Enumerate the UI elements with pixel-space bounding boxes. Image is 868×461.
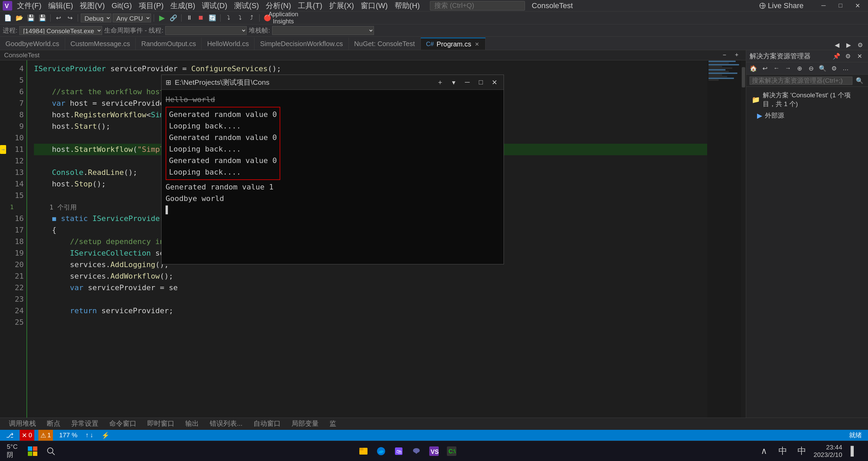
- stop-btn[interactable]: ⏹: [196, 13, 206, 23]
- taskbar-chat[interactable]: [409, 444, 424, 459]
- sidebar-pin-btn[interactable]: 📌: [831, 52, 842, 61]
- status-warnings[interactable]: ⚠ 1: [38, 430, 53, 441]
- clock-widget[interactable]: 23:44 2023/2/10: [813, 444, 842, 459]
- bottom-tab-watch[interactable]: 监: [325, 418, 341, 430]
- tab-simpledecision[interactable]: SimpleDecisionWorkflow.cs: [254, 38, 348, 50]
- taskbar-lang[interactable]: 中: [794, 444, 809, 459]
- solution-project[interactable]: ▶ 外部源: [748, 110, 867, 121]
- run-button[interactable]: ▶: [157, 13, 167, 23]
- close-button[interactable]: ✕: [850, 0, 865, 11]
- thread-dropdown[interactable]: [165, 26, 247, 35]
- platform-dropdown[interactable]: Any CPU: [113, 14, 151, 22]
- menu-help[interactable]: 帮助(H): [391, 0, 423, 12]
- taskbar-notification-chevron[interactable]: ∧: [756, 444, 771, 459]
- tab-custommessage[interactable]: CustomMessage.cs: [65, 38, 136, 50]
- tab-scroll-left[interactable]: ◀: [832, 40, 842, 50]
- undo-btn[interactable]: ↩: [53, 13, 63, 23]
- app-insights-btn[interactable]: Application Insights: [278, 13, 288, 23]
- solution-root[interactable]: 📁 解决方案 'ConsoleTest' (1 个项目，共 1 个): [748, 89, 867, 110]
- menu-analyze[interactable]: 分析(N): [262, 0, 295, 12]
- console-new-tab[interactable]: ＋: [435, 78, 445, 87]
- bottom-tab-command[interactable]: 命令窗口: [105, 418, 141, 430]
- save-all-btn[interactable]: 💾: [37, 13, 48, 23]
- status-git[interactable]: ⎇: [4, 430, 16, 441]
- sidebar-extra-btn[interactable]: …: [841, 64, 851, 73]
- live-share-button[interactable]: Live Share: [756, 1, 806, 11]
- step-out-btn[interactable]: ⤴: [246, 13, 257, 23]
- stack-dropdown[interactable]: [272, 26, 374, 35]
- open-btn[interactable]: 📂: [14, 13, 24, 23]
- bottom-tab-autos[interactable]: 自动窗口: [249, 418, 285, 430]
- console-close[interactable]: ✕: [489, 78, 499, 87]
- tab-settings[interactable]: ⚙: [855, 40, 865, 50]
- status-zoom[interactable]: 177 %: [57, 430, 79, 441]
- save-btn[interactable]: 💾: [26, 13, 36, 23]
- editor-collapse-btn[interactable]: −: [719, 51, 730, 60]
- new-project-btn[interactable]: 📄: [3, 13, 13, 23]
- sidebar-close-btn[interactable]: ✕: [854, 52, 865, 61]
- console-dropdown[interactable]: ▾: [449, 78, 459, 87]
- taskbar-keyboard[interactable]: 中: [775, 444, 790, 459]
- tab-helloworld[interactable]: HelloWorld.cs: [202, 38, 254, 50]
- status-diff-icon[interactable]: ⚡: [99, 430, 112, 441]
- attach-button[interactable]: 🔗: [168, 13, 178, 23]
- taskbar-files[interactable]: [356, 444, 371, 459]
- menu-build[interactable]: 生成(B): [167, 0, 199, 12]
- status-errors[interactable]: ✕ 0: [20, 430, 34, 441]
- scrollbar-thumb[interactable]: [742, 67, 745, 87]
- bottom-tab-callstack[interactable]: 调用堆栈: [4, 418, 41, 430]
- sidebar-forward-btn[interactable]: →: [783, 64, 793, 73]
- pause-btn[interactable]: ⏸: [184, 13, 194, 23]
- menu-git[interactable]: Git(G): [108, 0, 135, 12]
- bottom-tab-errorlist[interactable]: 错误列表...: [205, 418, 247, 430]
- start-button[interactable]: [24, 443, 41, 459]
- editor-expand-btn[interactable]: +: [732, 51, 742, 60]
- maximize-button[interactable]: □: [833, 0, 848, 11]
- menu-view[interactable]: 视图(V): [76, 0, 108, 12]
- bottom-tab-locals[interactable]: 局部变量: [287, 418, 323, 430]
- minimize-button[interactable]: ─: [816, 0, 831, 11]
- bottom-tab-output[interactable]: 输出: [181, 418, 204, 430]
- taskbar-search[interactable]: [43, 444, 58, 459]
- bottom-tab-breakpoints[interactable]: 断点: [42, 418, 65, 430]
- menu-window[interactable]: 窗口(W): [357, 0, 391, 12]
- step-into-btn[interactable]: ⤵: [235, 13, 245, 23]
- console-maximize[interactable]: □: [476, 78, 486, 87]
- tab-randomoutput[interactable]: RandomOutput.cs: [136, 38, 202, 50]
- taskbar-show-desktop[interactable]: ▌: [846, 444, 861, 459]
- sidebar-settings-btn[interactable]: ⚙: [843, 52, 853, 61]
- menu-file[interactable]: 文件(F): [14, 0, 45, 12]
- tab-programcs-close[interactable]: ✕: [474, 41, 480, 47]
- sidebar-back-btn[interactable]: ←: [771, 64, 781, 73]
- taskbar-terminal[interactable]: C:\: [444, 444, 459, 459]
- status-nav[interactable]: ↑ ↓: [83, 430, 95, 441]
- menu-extensions[interactable]: 扩展(X): [326, 0, 357, 12]
- sidebar-collapse-btn[interactable]: ⊖: [806, 64, 816, 73]
- restart-btn[interactable]: 🔄: [207, 13, 218, 23]
- sidebar-filter-btn[interactable]: 🔍: [817, 64, 828, 73]
- debug-config-dropdown[interactable]: Debug: [81, 14, 111, 22]
- taskbar-edge[interactable]: [374, 444, 389, 459]
- step-over-btn[interactable]: ⤵: [223, 13, 233, 23]
- sidebar-home-btn[interactable]: 🏠: [748, 64, 758, 73]
- redo-btn[interactable]: ↪: [65, 13, 75, 23]
- tab-programcs[interactable]: C# Program.cs ✕: [421, 38, 486, 50]
- console-minimize[interactable]: ─: [462, 78, 472, 87]
- process-dropdown[interactable]: [14984] ConsoleTest.exe: [19, 26, 102, 35]
- editor-scrollbar[interactable]: [741, 60, 746, 418]
- taskbar-vs[interactable]: VS: [427, 444, 441, 459]
- bottom-tab-immediate[interactable]: 即时窗口: [143, 418, 179, 430]
- tab-scroll-right[interactable]: ▶: [844, 40, 854, 50]
- menu-test[interactable]: 测试(S): [231, 0, 262, 12]
- menu-edit[interactable]: 编辑(E): [45, 0, 76, 12]
- search-input[interactable]: [430, 1, 525, 11]
- menu-tools[interactable]: 工具(T): [295, 0, 326, 12]
- tab-goodbyeworld[interactable]: GoodbyeWorld.cs: [0, 38, 65, 50]
- sidebar-search-input[interactable]: [750, 77, 852, 85]
- sidebar-settings2-btn[interactable]: ⚙: [829, 64, 839, 73]
- bottom-tab-exceptions[interactable]: 异常设置: [67, 418, 103, 430]
- sidebar-refresh-btn[interactable]: ↩: [760, 64, 770, 73]
- taskbar-store[interactable]: 🛍: [391, 444, 406, 459]
- menu-project[interactable]: 项目(P): [135, 0, 167, 12]
- sidebar-expand-btn[interactable]: ⊕: [794, 64, 805, 73]
